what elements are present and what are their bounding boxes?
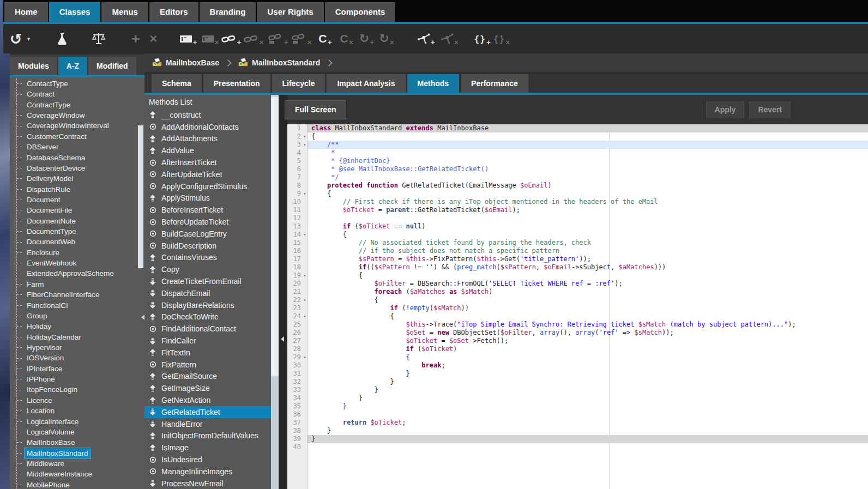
class-item-enclosure[interactable]: Enclosure xyxy=(17,247,144,258)
class-item-documenttype[interactable]: DocumentType xyxy=(17,226,144,237)
apply-button[interactable]: Apply xyxy=(706,101,745,118)
method-item-initobjectfromdefaultvalues[interactable]: InitObjectFromDefaultValues xyxy=(144,430,271,442)
compare-scales-icon[interactable] xyxy=(92,24,105,53)
remove-link-icon[interactable]: × xyxy=(244,24,258,53)
class-item-ipphone[interactable]: IPPhone xyxy=(17,374,144,384)
sidebar-tab-modules[interactable]: Modules xyxy=(10,57,57,75)
tab-impact-analysis[interactable]: Impact Analysis xyxy=(327,74,405,93)
breadcrumb-item-mailinboxbase[interactable]: MailInboxBase xyxy=(152,58,219,68)
method-item-beforeinsertticket[interactable]: BeforeInsertTicket xyxy=(144,204,271,216)
fold-arrow-icon[interactable]: ▾ xyxy=(302,141,308,149)
class-item-deliverymodel[interactable]: DeliveryModel xyxy=(17,173,144,184)
undo-menu-icon[interactable]: ▾ xyxy=(27,24,31,53)
undo-icon[interactable]: ↺ xyxy=(10,24,22,53)
method-item-getnextaction[interactable]: GetNextAction xyxy=(144,394,271,406)
class-item-coveragewindow[interactable]: CoverageWindow xyxy=(17,110,144,120)
method-item-createticketfromemail[interactable]: CreateTicketFromEmail xyxy=(144,275,271,287)
method-item-afterupdateticket[interactable]: AfterUpdateTicket xyxy=(144,168,271,180)
menu-tab-editors[interactable]: Editors xyxy=(149,2,198,22)
sidebar-tab-modified[interactable]: Modified xyxy=(88,57,136,75)
full-screen-button[interactable]: Full Screen xyxy=(285,100,346,119)
class-item-functionalci[interactable]: FunctionalCI xyxy=(17,300,144,311)
class-item-group[interactable]: Group xyxy=(17,311,144,321)
method-item-getrelatedticket[interactable]: GetRelatedTicket xyxy=(144,406,271,418)
method-item-afterinsertticket[interactable]: AfterInsertTicket xyxy=(144,156,271,168)
method-item-addvalue[interactable]: AddValue xyxy=(144,144,271,156)
class-item-itopfencelogin[interactable]: ItopFenceLogin xyxy=(17,384,144,395)
method-item-displaybarerelations[interactable]: DisplayBareRelations xyxy=(144,299,271,311)
class-item-dbserver[interactable]: DBServer xyxy=(17,142,144,152)
class-list[interactable]: ContactTypeContractContractTypeCoverageW… xyxy=(10,77,144,489)
menu-tab-components[interactable]: Components xyxy=(325,2,396,22)
class-item-contacttype[interactable]: ContactType xyxy=(17,79,144,89)
method-item-dispatchemail[interactable]: DispatchEmail xyxy=(144,287,271,299)
class-item-documentweb[interactable]: DocumentWeb xyxy=(17,237,144,247)
method-item-builddescription[interactable]: BuildDescription xyxy=(144,240,271,252)
class-item-holidaycalendar[interactable]: HolidayCalendar xyxy=(17,332,144,342)
method-item-findadditionalcontact[interactable]: FindAdditionalContact xyxy=(144,323,271,335)
remove-field-icon[interactable]: × xyxy=(202,24,214,53)
method-item-addadditionalcontacts[interactable]: AddAdditionalContacts xyxy=(144,121,271,133)
fold-arrow-icon[interactable]: ▾ xyxy=(302,132,308,141)
tab-lifecycle[interactable]: Lifecycle xyxy=(272,74,326,93)
add-braces-icon[interactable]: {}+ xyxy=(474,24,486,53)
class-item-eventwebhook[interactable]: EventWebhook xyxy=(17,258,144,268)
class-item-contract[interactable]: Contract xyxy=(17,89,144,99)
fold-arrow-icon[interactable]: ▾ xyxy=(302,271,308,280)
breadcrumb-item-mailinboxstandard[interactable]: MailInboxStandard xyxy=(238,58,320,68)
add-relation-icon[interactable]: + xyxy=(418,24,430,53)
menu-tab-menus[interactable]: Menus xyxy=(101,2,148,22)
remove-braces-icon[interactable]: {}× xyxy=(493,24,505,53)
method-item-getimagesize[interactable]: GetImageSize xyxy=(144,382,271,394)
tab-presentation[interactable]: Presentation xyxy=(203,74,270,93)
fold-arrow-icon[interactable]: ▾ xyxy=(302,353,308,361)
remove-class-icon[interactable]: C× xyxy=(340,24,348,53)
class-item-iosversion[interactable]: IOSVersion xyxy=(17,353,144,363)
class-item-datacenterdevice[interactable]: DatacenterDevice xyxy=(17,163,144,173)
test-flask-icon[interactable] xyxy=(57,24,67,53)
class-item-licence[interactable]: Licence xyxy=(17,395,144,406)
sidebar-scrollbar-thumb[interactable] xyxy=(138,125,143,268)
class-item-mobilephone[interactable]: MobilePhone xyxy=(17,480,144,489)
class-item-farm[interactable]: Farm xyxy=(17,279,144,289)
class-item-fiberchannelinterface[interactable]: FiberChannelInterface xyxy=(17,289,144,300)
class-item-documentfile[interactable]: DocumentFile xyxy=(17,205,144,215)
tab-methods[interactable]: Methods xyxy=(407,74,460,93)
menu-tab-branding[interactable]: Branding xyxy=(200,2,256,22)
class-item-mailinboxbase[interactable]: MailInboxBase xyxy=(17,437,144,448)
code-editor[interactable]: 1class MailInboxStandard extends MailInb… xyxy=(287,124,868,489)
remove-lifecycle-icon[interactable]: ↻× xyxy=(379,24,389,53)
add-lifecycle-icon[interactable]: ↻+ xyxy=(359,24,369,53)
tab-performance[interactable]: Performance xyxy=(461,74,528,93)
class-item-middlewareinstance[interactable]: MiddlewareInstance xyxy=(17,469,144,479)
class-item-document[interactable]: Document xyxy=(17,195,144,205)
remove-relation-icon[interactable]: × xyxy=(441,24,454,53)
class-item-hypervisor[interactable]: Hypervisor xyxy=(17,342,144,353)
menu-tab-classes[interactable]: Classes xyxy=(49,2,101,22)
class-item-customercontract[interactable]: CustomerContract xyxy=(17,131,144,142)
class-item-logicalvolume[interactable]: LogicalVolume xyxy=(17,427,144,437)
class-item-extendedapprovalscheme[interactable]: ExtendedApprovalScheme xyxy=(17,268,144,279)
method-item-fittextin[interactable]: FitTextIn xyxy=(144,347,271,359)
method-item-applystimulus[interactable]: ApplyStimulus xyxy=(144,192,271,204)
class-item-ipinterface[interactable]: IPInterface xyxy=(17,364,144,374)
class-item-coveragewindowinterval[interactable]: CoverageWindowInterval xyxy=(17,120,144,131)
menu-tab-home[interactable]: Home xyxy=(4,2,48,22)
method-item-isundesired[interactable]: IsUndesired xyxy=(144,454,271,466)
delete-icon[interactable]: × xyxy=(149,24,157,53)
class-item-contracttype[interactable]: ContractType xyxy=(17,100,144,110)
add-link-icon[interactable]: + xyxy=(221,24,236,53)
fold-arrow-icon[interactable]: ▾ xyxy=(302,231,308,239)
sidebar-tab-a-z[interactable]: A-Z xyxy=(58,57,87,75)
fold-arrow-icon[interactable]: ▾ xyxy=(302,312,308,321)
class-item-location[interactable]: Location xyxy=(17,406,144,416)
method-item-buildcaselogentry[interactable]: BuildCaseLogEntry xyxy=(144,228,271,240)
add-external-key-icon[interactable]: + xyxy=(268,24,283,53)
menu-tab-user-rights[interactable]: User Rights xyxy=(257,2,323,22)
fold-arrow-icon[interactable]: ▾ xyxy=(302,190,308,198)
methods-scrollbar-thumb[interactable] xyxy=(271,97,279,376)
method-item-isimage[interactable]: IsImage xyxy=(144,442,271,454)
method-item-handleerror[interactable]: HandleError xyxy=(144,418,271,430)
tab-schema[interactable]: Schema xyxy=(152,74,202,93)
divider-collapse-arrow-icon[interactable] xyxy=(281,336,284,342)
